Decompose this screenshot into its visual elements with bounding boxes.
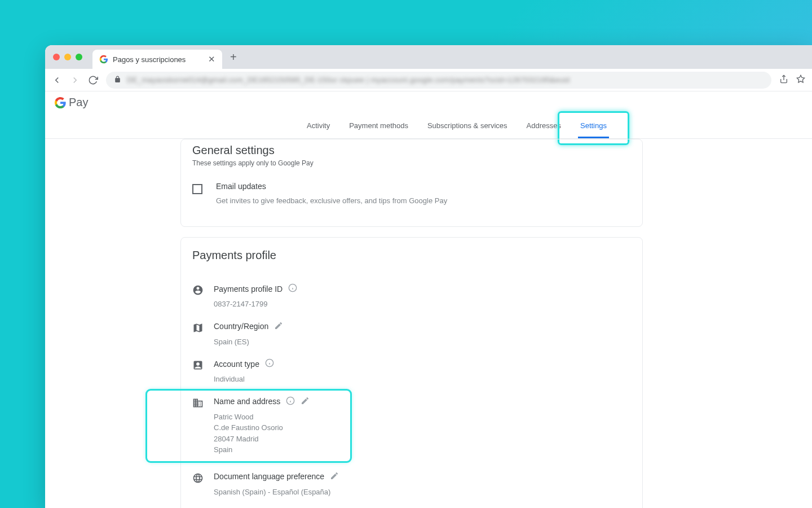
browser-tab[interactable]: Pagos y suscripciones ✕ xyxy=(92,50,222,69)
tab-title: Pagos y suscripciones xyxy=(113,55,186,64)
building-icon xyxy=(192,396,204,409)
account-type-label: Account type xyxy=(214,360,259,369)
back-button[interactable] xyxy=(52,75,62,85)
gpay-header: Pay xyxy=(45,91,812,109)
edit-icon[interactable] xyxy=(274,321,283,332)
url-field[interactable]: DE_mayaosborne014@gmail.com_DE1652150585… xyxy=(106,72,771,89)
field-name-address: Name and address Patric Wood C.de Fausti… xyxy=(192,394,339,458)
map-icon xyxy=(192,321,204,334)
lock-icon xyxy=(114,76,121,85)
country-label: Country/Region xyxy=(214,322,268,331)
edit-icon[interactable] xyxy=(330,471,339,482)
google-favicon xyxy=(99,55,108,64)
email-updates-checkbox[interactable] xyxy=(192,184,202,194)
forward-button[interactable] xyxy=(70,75,80,85)
url-text: DE_mayaosborne014@gmail.com_DE1652150585… xyxy=(127,76,570,84)
addr-line-1: Patric Wood xyxy=(214,411,339,423)
share-icon[interactable] xyxy=(779,75,788,86)
addr-line-4: Spain xyxy=(214,444,339,456)
name-address-label: Name and address xyxy=(214,397,280,406)
name-address-value: Patric Wood C.de Faustino Osorio 28047 M… xyxy=(214,411,339,456)
gpay-logo: Pay xyxy=(54,96,803,109)
tab-addresses[interactable]: Addresses xyxy=(524,121,563,138)
info-icon[interactable] xyxy=(265,358,274,369)
language-value: Spanish (Spain) - Español (España) xyxy=(214,487,631,498)
svg-marker-1 xyxy=(797,75,804,82)
profile-id-value: 0837-2147-1799 xyxy=(214,299,631,310)
payments-profile-card: Payments profile Payments profile ID 083… xyxy=(180,237,643,508)
tab-subscriptions[interactable]: Subscriptions & services xyxy=(425,121,510,138)
address-bar: DE_mayaosborne014@gmail.com_DE1652150585… xyxy=(45,69,812,91)
globe-icon xyxy=(192,471,204,484)
general-settings-subtitle: These settings apply only to Google Pay xyxy=(192,159,631,167)
field-account-type: Account type Individual xyxy=(192,353,631,391)
payments-profile-title: Payments profile xyxy=(192,249,631,262)
language-label: Document language preference xyxy=(214,472,324,481)
nav-tabs: Activity Payment methods Subscriptions &… xyxy=(45,121,812,139)
info-icon[interactable] xyxy=(286,396,295,407)
tab-activity[interactable]: Activity xyxy=(304,121,332,138)
browser-window: Pagos y suscripciones ✕ + DE_mayaosborne… xyxy=(45,45,812,508)
email-updates-label: Email updates xyxy=(216,182,447,191)
close-tab-icon[interactable]: ✕ xyxy=(208,54,215,64)
tab-settings[interactable]: Settings xyxy=(578,121,609,138)
country-value: Spain (ES) xyxy=(214,336,631,348)
star-icon[interactable] xyxy=(796,75,805,86)
tab-bar: Pagos y suscripciones ✕ + xyxy=(45,45,812,69)
field-profile-id: Payments profile ID 0837-2147-1799 xyxy=(192,278,631,316)
window-controls xyxy=(53,54,82,60)
page-content: Pay Activity Payment methods Subscriptio… xyxy=(45,91,812,508)
close-window-icon[interactable] xyxy=(53,54,60,60)
card-icon xyxy=(192,358,204,371)
pay-text: Pay xyxy=(69,96,88,109)
person-icon xyxy=(192,283,204,296)
general-settings-title: General settings xyxy=(192,141,631,157)
minimize-window-icon[interactable] xyxy=(64,54,71,60)
addr-line-3: 28047 Madrid xyxy=(214,433,339,445)
field-country: Country/Region Spain (ES) xyxy=(192,316,631,353)
email-updates-desc: Get invites to give feedback, exclusive … xyxy=(216,196,447,205)
info-icon[interactable] xyxy=(288,283,297,294)
reload-button[interactable] xyxy=(88,75,98,85)
addr-line-2: C.de Faustino Osorio xyxy=(214,422,339,433)
highlight-name-address: Name and address Patric Wood C.de Fausti… xyxy=(147,391,350,461)
maximize-window-icon[interactable] xyxy=(76,54,82,60)
account-type-value: Individual xyxy=(214,374,631,385)
profile-id-label: Payments profile ID xyxy=(214,284,283,294)
edit-icon[interactable] xyxy=(301,396,310,407)
new-tab-button[interactable]: + xyxy=(222,51,245,64)
tab-payment-methods[interactable]: Payment methods xyxy=(347,121,411,138)
field-language: Document language preference Spanish (Sp… xyxy=(192,466,631,503)
